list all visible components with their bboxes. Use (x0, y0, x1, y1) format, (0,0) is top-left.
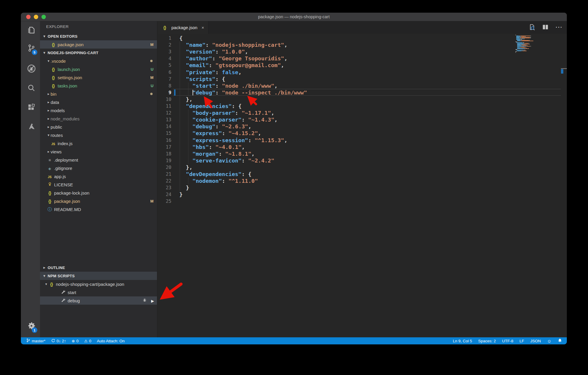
tree-item--deployment[interactable]: ≡.deployment (40, 156, 157, 164)
tree-item-app-js[interactable]: JSapp.js (40, 172, 157, 180)
code-line[interactable]: 14 "debug": "~2.6.3", (157, 123, 567, 130)
code-line[interactable]: 21 "devDependencies": { (157, 171, 567, 177)
status-ln-9-col-5[interactable]: Ln 9, Col 5 (453, 339, 472, 343)
tree-item-models[interactable]: ▸models (40, 106, 157, 115)
status-label: Auto Attach: On (97, 339, 125, 343)
status-auto-attach-on[interactable]: Auto Attach: On (97, 339, 125, 343)
code-line[interactable]: 15 "express": "~4.15.2", (157, 130, 567, 137)
code-line[interactable]: 6 "private": false, (157, 69, 567, 76)
tree-item-readme-md[interactable]: ⓘREADME.MD (40, 205, 157, 213)
code-line[interactable]: 8 "start": "node ./bin/www", (157, 82, 567, 89)
code-line[interactable]: 18 "morgan": "~1.8.1", (157, 150, 567, 157)
code-line[interactable]: 20 }, (157, 164, 567, 171)
project-section-header[interactable]: ▾ NODEJS-SHOPPING-CART (40, 49, 157, 57)
code-line[interactable]: 12 "body-parser": "~1.17.1", (157, 109, 567, 116)
activity-item-extensions[interactable] (21, 101, 40, 115)
status-bell[interactable] (558, 338, 562, 344)
code-line[interactable]: 7 "scripts": { (157, 76, 567, 82)
line-number: 12 (157, 109, 171, 116)
status-master[interactable]: master* (26, 338, 46, 344)
tree-item--vscode[interactable]: ▾.vscode (40, 57, 157, 65)
status-label: UTF-8 (502, 339, 513, 343)
code-line[interactable]: 16 "express-session": "^1.15.3", (157, 137, 567, 144)
tree-item--gitignore[interactable]: ◈.gitignore (40, 164, 157, 172)
run-script-button[interactable]: ▶ (151, 298, 154, 303)
code-line[interactable]: 23 } (157, 184, 567, 191)
activity-item-debug[interactable] (21, 62, 40, 76)
status-0[interactable]: ⊗0 (72, 339, 78, 343)
tree-item-views[interactable]: ▸views (40, 147, 157, 156)
tree-item-node-modules[interactable]: ▸node_modules (40, 115, 157, 123)
open-editors-header[interactable]: ▾ OPEN EDITORS (40, 32, 157, 40)
npm-package-entry[interactable]: ▾{}nodejs-shopping-cart/package.json (40, 280, 157, 288)
code-line[interactable]: 4 "author": "George Tsopouridis", (157, 55, 567, 62)
minimize-window-button[interactable] (34, 15, 38, 19)
activity-item-source-control[interactable]: 5 (21, 42, 40, 55)
line-number: 24 (157, 191, 171, 198)
tree-item-launch-json[interactable]: {}launch.jsonU (40, 65, 157, 73)
vscode-window: package.json — nodejs-shopping-cart 51 E… (21, 13, 567, 344)
status-spaces-2[interactable]: Spaces: 2 (478, 339, 496, 343)
code-line[interactable]: 17 "hbs": "~4.0.1", (157, 144, 567, 150)
tree-item-bin[interactable]: ▸bin (40, 90, 157, 98)
tab-package-json[interactable]: {} package.json × (157, 21, 208, 34)
line-number: 15 (157, 130, 171, 137)
code-line[interactable]: 10 }, (157, 96, 567, 103)
activity-item-manage[interactable]: 1 (21, 320, 40, 333)
code-line[interactable]: 9 "debug": "node --inspect ./bin/www" (157, 89, 567, 96)
chevron-right-icon: ▸ (46, 92, 51, 96)
code-line[interactable]: 13 "cookie-parser": "~1.4.3", (157, 116, 567, 123)
tree-item-package-lock-json[interactable]: {}package-lock.json (40, 189, 157, 197)
more-actions-button[interactable]: ··· (556, 24, 563, 31)
explorer-sidebar: EXPLORER ▾ OPEN EDITORS {}package.jsonM … (40, 21, 157, 337)
debug-script-button[interactable] (142, 298, 147, 303)
tab-bar: {} package.json × ··· (157, 21, 567, 34)
status-0-2[interactable]: 0↓ 2↑ (51, 339, 66, 344)
desktop: package.json — nodejs-shopping-cart 51 E… (0, 0, 588, 375)
traffic-lights (26, 13, 46, 21)
code-line[interactable]: 22 "nodemon": "^1.11.0" (157, 177, 567, 184)
code-line[interactable]: 2 "name": "nodejs-shopping-cart", (157, 42, 567, 48)
status-smiley[interactable]: ☺ (547, 339, 552, 344)
tree-item-public[interactable]: ▸public (40, 123, 157, 131)
line-number: 11 (157, 103, 171, 109)
minimap-line (515, 51, 527, 51)
code-line[interactable]: 5 "email": "gtsopour@gmail.com", (157, 62, 567, 69)
line-number: 10 (157, 96, 171, 103)
npm-script-start[interactable]: start (40, 288, 157, 296)
code-line[interactable]: 25 (157, 198, 567, 205)
status-lf[interactable]: LF (519, 339, 524, 343)
activity-item-azure[interactable] (21, 120, 40, 134)
file-label: .gitignore (54, 166, 72, 171)
split-editor-button[interactable] (542, 23, 549, 32)
code-line[interactable]: 24} (157, 191, 567, 198)
activity-item-explorer[interactable] (21, 24, 40, 37)
status-json[interactable]: JSON (530, 339, 541, 343)
tree-item-index-js[interactable]: JSindex.js (40, 139, 157, 147)
file-label: package.json (58, 42, 83, 47)
outline-header[interactable]: ▸ OUTLINE (40, 263, 157, 272)
close-window-button[interactable] (26, 15, 31, 19)
npm-scripts-header[interactable]: ▾ NPM SCRIPTS (40, 272, 157, 280)
titlebar[interactable]: package.json — nodejs-shopping-cart (21, 13, 567, 21)
tree-item-package-json[interactable]: {}package.jsonM (40, 197, 157, 205)
code-text: }, (179, 96, 193, 103)
tree-item-data[interactable]: ▸data (40, 98, 157, 106)
npm-script-debug[interactable]: debug▶ (40, 296, 157, 305)
tree-item-tasks-json[interactable]: {}tasks.jsonU (40, 82, 157, 90)
activity-item-search[interactable] (21, 82, 40, 95)
code-line[interactable]: 11 "dependencies": { (157, 103, 567, 109)
close-tab-icon[interactable]: × (201, 25, 204, 30)
code-line[interactable]: 3 "version": "1.0.0", (157, 48, 567, 55)
code-area[interactable]: 1{2 "name": "nodejs-shopping-cart",3 "ve… (157, 34, 567, 337)
tree-item-routes[interactable]: ▾routes (40, 131, 157, 139)
open-changes-button[interactable] (527, 23, 535, 32)
open-editor-item[interactable]: {}package.jsonM (40, 40, 157, 49)
zoom-window-button[interactable] (41, 15, 46, 19)
code-line[interactable]: 1{ (157, 35, 567, 42)
tree-item-license[interactable]: LICENSE (40, 180, 157, 189)
status-utf-8[interactable]: UTF-8 (502, 339, 513, 343)
code-line[interactable]: 19 "serve-favicon": "~2.4.2" (157, 157, 567, 164)
status-0[interactable]: ⚠0 (84, 339, 91, 343)
tree-item-settings-json[interactable]: {}settings.jsonM (40, 73, 157, 82)
